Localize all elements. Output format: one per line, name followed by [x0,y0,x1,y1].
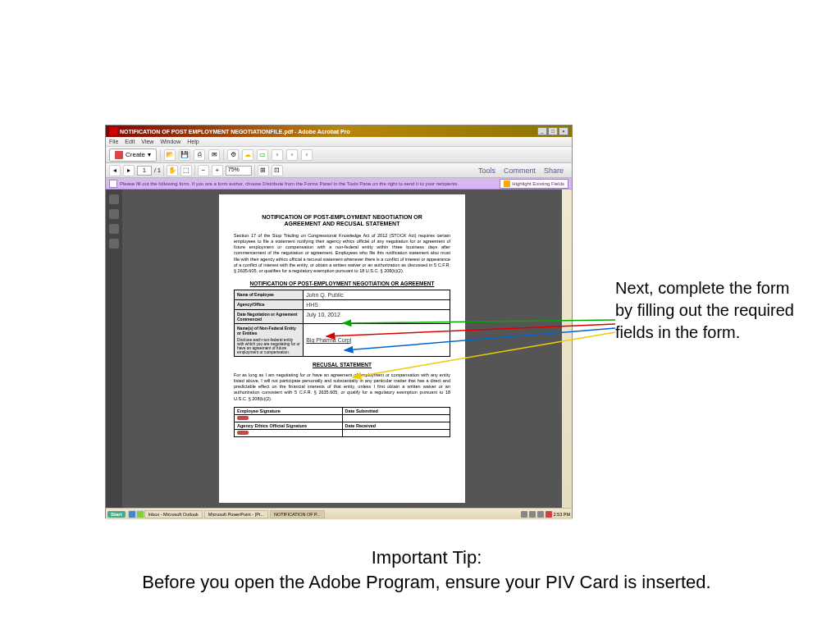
minimize-button[interactable]: _ [537,127,547,135]
menu-edit[interactable]: Edit [125,139,135,144]
agency-field[interactable]: HHS [304,299,450,309]
signatures-icon[interactable] [109,239,119,249]
email-icon[interactable]: ✉ [208,149,220,161]
section2-title: RECUSAL STATEMENT [234,362,450,368]
menubar: File Edit View Window Help [106,137,572,147]
menu-window[interactable]: Window [160,139,180,144]
create-label: Create [126,151,145,158]
maximize-button[interactable]: □ [548,127,558,135]
main-toolbar: Create ▾ 📂 💾 ⎙ ✉ ⚙ ☁ ▭ ▫ ▫ ▫ [106,147,572,163]
document-area: NOTIFICATION OF POST-EMPLOYMENT NEGOTIAT… [106,189,572,508]
entity-label-desc: Disclose each non-federal entity with wh… [237,338,300,354]
name-field[interactable]: John Q. Public [304,290,450,299]
titlebar: NOTIFICATION OF POST EMPLOYMENT NEGOTIAT… [106,126,572,137]
date-label: Date Negotiation or Agreement Commenced [235,309,304,323]
separator [160,149,161,161]
section1-title: NOTIFICATION OF POST-EMPLOYMENT NEGOTIAT… [234,281,450,286]
thumbnails-icon[interactable] [109,194,119,204]
pages-icon[interactable]: ▫ [286,149,298,161]
print-icon[interactable]: ⎙ [194,149,205,161]
create-button[interactable]: Create ▾ [109,148,157,162]
date-rec-label: Date Received [342,422,450,429]
doc-title-line2: AGREEMENT AND RECUSAL STATEMENT [234,221,450,226]
share-button[interactable]: Share [544,167,564,175]
tools-button[interactable]: Tools [478,167,495,175]
task-acrobat[interactable]: NOTIFICATION OF P... [270,510,325,518]
date-sub-field[interactable] [342,414,450,422]
doc-title-line1: NOTIFICATION OF POST-EMPLOYMENT NEGOTIAT… [234,214,450,220]
prev-page-button[interactable]: ◂ [109,165,121,176]
highlight-fields-button[interactable]: Highlight Existing Fields [500,179,568,189]
window-title: NOTIFICATION OF POST EMPLOYMENT NEGOTIAT… [120,129,537,135]
comment-button[interactable]: Comment [504,167,536,175]
page-icon[interactable]: ▫ [272,149,283,161]
emp-sig-label: Employee Signature [235,407,343,414]
chevron-down-icon: ▾ [148,151,151,158]
attachments-icon[interactable] [109,224,119,234]
zoom-in-button[interactable]: + [212,165,223,176]
notification-table: Name of Employee John Q. Public Agency/O… [234,290,450,357]
tray-icon[interactable] [521,511,527,518]
bookmarks-icon[interactable] [109,209,119,219]
export-icon[interactable]: ▫ [301,149,313,161]
select-tool-icon[interactable]: ⬚ [180,165,192,176]
hand-tool-icon[interactable]: ✋ [167,165,178,176]
separator [163,165,164,176]
pdf-page: NOTIFICATION OF POST-EMPLOYMENT NEGOTIAT… [219,194,465,503]
form-message-bar: Please fill out the following form. If y… [106,178,572,189]
highlight-fields-icon [504,180,510,187]
menu-view[interactable]: View [141,139,153,144]
separator [254,165,255,176]
explorer-icon[interactable] [136,510,144,518]
entity-field[interactable]: Big Pharma Corp| [304,323,450,356]
separator [223,149,224,161]
highlight-label: Highlight Existing Fields [512,181,564,186]
form-icon [109,180,117,188]
ethics-sig-field[interactable] [235,429,343,436]
open-icon[interactable]: 📂 [164,149,176,161]
tray-icon[interactable] [546,511,552,518]
agency-label: Agency/Office [235,299,304,309]
menu-file[interactable]: File [109,139,118,144]
window-controls: _ □ × [537,127,568,135]
emp-sig-field[interactable] [235,414,343,422]
tip-title: Important Tip: [372,547,482,568]
task-outlook[interactable]: Inbox - Microsoft Outlook [144,510,203,518]
highlight-icon[interactable]: ▭ [257,149,268,161]
pdf-icon [109,127,117,135]
next-page-button[interactable]: ▸ [123,165,135,176]
recusal-paragraph: For as long as I am negotiating for or h… [234,372,450,402]
ethics-sig-label: Agency Ethics Official Signature [235,422,343,429]
entity-label: Name(s) of Non-Federal Entity or Entitie… [235,323,304,356]
page-number-input[interactable] [137,166,152,176]
entity-label-title: Name(s) of Non-Federal Entity or Entitie… [237,326,300,336]
save-icon[interactable]: 💾 [179,149,190,161]
date-field[interactable]: July 10, 2012 [304,309,450,323]
note-icon[interactable]: ☁ [242,149,253,161]
vertical-scrollbar[interactable] [562,189,572,508]
gear-icon[interactable]: ⚙ [227,149,239,161]
menu-help[interactable]: Help [187,139,199,144]
clock: 2:53 PM [554,512,570,517]
task-powerpoint[interactable]: Microsoft PowerPoint - [Pt... [204,510,268,518]
windows-taskbar: Start Inbox - Microsoft Outlook Microsof… [106,508,572,519]
nav-sidebar [106,189,122,508]
date-rec-field[interactable] [342,429,450,436]
fit-width-icon[interactable]: ⊞ [258,165,269,176]
page-viewport[interactable]: NOTIFICATION OF POST-EMPLOYMENT NEGOTIAT… [122,189,562,508]
start-button[interactable]: Start [107,511,126,518]
separator [194,165,195,176]
system-tray: 2:53 PM [521,511,570,518]
ie-icon[interactable] [128,510,136,518]
tip-text: Important Tip: Before you open the Adobe… [115,546,738,594]
signature-mark-icon [237,416,249,420]
zoom-select[interactable]: 75% [226,166,252,176]
tray-icon[interactable] [537,511,544,518]
tip-body: Before you open the Adobe Program, ensur… [142,572,710,592]
close-button[interactable]: × [559,127,568,135]
zoom-out-button[interactable]: − [198,165,209,176]
nav-toolbar: ◂ ▸ / 1 ✋ ⬚ − + 75% ⊞ ⊡ Tools Comment Sh… [106,163,572,178]
acrobat-window: NOTIFICATION OF POST EMPLOYMENT NEGOTIAT… [105,125,573,518]
fit-page-icon[interactable]: ⊡ [272,165,283,176]
tray-icon[interactable] [529,511,536,518]
